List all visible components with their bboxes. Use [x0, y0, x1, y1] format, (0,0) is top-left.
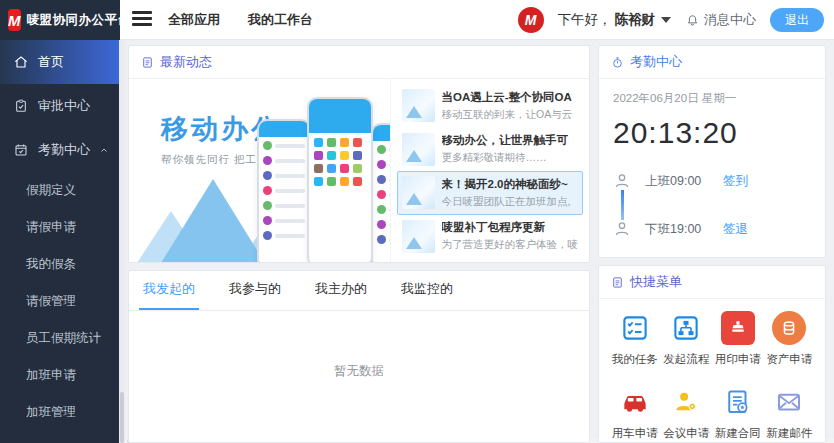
- top-nav: 全部应用 我的工作台: [168, 0, 313, 40]
- assets-icon: [772, 311, 806, 345]
- task-tabs: 我发起的 我参与的 我主办的 我监控的: [129, 271, 589, 311]
- quick-item-start-process[interactable]: 发起流程: [661, 311, 713, 367]
- chevron-down-icon: [661, 17, 671, 23]
- tab-initiated-by-me[interactable]: 我发起的: [143, 280, 195, 310]
- news-list: 当OA遇上云-整个协同OA移动互联的到来，让OA与云 移动办公，让世界触手可更多…: [391, 79, 590, 263]
- person-icon: [613, 172, 631, 190]
- news-thumbnail: [402, 133, 435, 166]
- message-center[interactable]: 消息中心: [685, 11, 756, 29]
- clock-in-link[interactable]: 签到: [723, 173, 748, 190]
- sidebar-subitem-my-leave-slips[interactable]: 我的假条: [0, 246, 120, 283]
- clock-in-label: 上班09:00: [645, 173, 723, 190]
- news-subtitle: 移动互联的到来，让OA与云: [442, 108, 573, 122]
- news-subtitle: 更多精彩敬请期待……: [442, 151, 569, 165]
- flow-icon: [669, 311, 703, 345]
- top-header: M 唛盟协同办公平台 全部应用 我的工作台 M 下午好，陈裕财 消息中心 退出: [0, 0, 834, 40]
- quick-item-new-mail[interactable]: 新建邮件: [764, 385, 816, 441]
- quick-item-new-contract[interactable]: 新建合同: [712, 385, 764, 441]
- oa-dashboard: M 唛盟协同办公平台 全部应用 我的工作台 M 下午好，陈裕财 消息中心 退出 …: [0, 0, 834, 443]
- tab-hosted-by-me[interactable]: 我主办的: [315, 280, 367, 310]
- sidebar-subitem-holiday-definition[interactable]: 假期定义: [0, 172, 120, 209]
- sidebar-subitem-leave-request[interactable]: 请假申请: [0, 209, 120, 246]
- news-item-highlighted[interactable]: 来！揭开2.0的神秘面纱~今日唛盟团队正在加班加点,: [397, 171, 584, 215]
- message-center-label: 消息中心: [704, 11, 756, 29]
- home-icon: [13, 54, 29, 70]
- phone-mockup-left: [257, 119, 311, 263]
- news-thumbnail: [402, 176, 435, 209]
- tab-monitored-by-me[interactable]: 我监控的: [401, 280, 453, 310]
- news-title: 来！揭开2.0的神秘面纱~: [442, 177, 571, 192]
- person-icon: [613, 220, 631, 238]
- chevron-up-icon: [98, 144, 110, 156]
- menu-toggle-icon[interactable]: [132, 11, 152, 29]
- stopwatch-icon: [611, 56, 624, 69]
- sidebar-subitem-overtime-request[interactable]: 加班申请: [0, 357, 120, 394]
- app-title: 唛盟协同办公平台: [27, 12, 131, 29]
- logout-button[interactable]: 退出: [770, 8, 824, 32]
- quick-item-asset-request[interactable]: 资产申请: [764, 311, 816, 367]
- sidebar-item-home[interactable]: 首页: [0, 40, 120, 84]
- logo-m-icon: M: [8, 9, 21, 31]
- news-panel-title: 最新动态: [160, 53, 212, 71]
- news-subtitle: 为了营造更好的客户体验，唛: [442, 238, 579, 252]
- contract-icon: [721, 385, 755, 419]
- news-subtitle: 今日唛盟团队正在加班加点,: [442, 195, 571, 209]
- user-name: 陈裕财: [615, 11, 656, 29]
- empty-state-text: 暂无数据: [129, 311, 589, 380]
- sidebar-item-attendance-center[interactable]: 考勤中心: [0, 128, 120, 172]
- user-menu[interactable]: 下午好，陈裕财: [558, 11, 672, 29]
- quick-menu-panel: 快捷菜单 我的任务 发起流程 用印申请 资产申请 用车申请: [598, 265, 826, 443]
- news-item[interactable]: 唛盟补丁包程序更新为了营造更好的客户体验，唛: [397, 215, 584, 259]
- nav-all-apps[interactable]: 全部应用: [168, 11, 220, 29]
- news-panel-header: 最新动态: [129, 46, 589, 79]
- attendance-clock: 20:13:20: [613, 116, 811, 150]
- sidebar-item-label: 首页: [38, 53, 64, 71]
- sidebar-subitem-employee-leave-stats[interactable]: 员工假期统计: [0, 320, 120, 357]
- news-thumbnail: [402, 220, 435, 253]
- car-icon: [618, 385, 652, 419]
- document-icon: [141, 56, 154, 69]
- clipboard-icon: [13, 98, 29, 114]
- meeting-icon: [669, 385, 703, 419]
- app-logo[interactable]: M 唛盟协同办公平台: [0, 0, 120, 40]
- quick-menu-grid: 我的任务 发起流程 用印申请 资产申请 用车申请 会议申请: [599, 299, 825, 441]
- document-icon: [611, 276, 624, 289]
- news-item[interactable]: 移动办公，让世界触手可更多精彩敬请期待……: [397, 128, 584, 172]
- news-title: 当OA遇上云-整个协同OA: [442, 90, 573, 105]
- mobile-office-banner[interactable]: 移动办公 帮你领先同行 把工作带出办公室: [129, 79, 391, 263]
- clock-out-link[interactable]: 签退: [723, 221, 748, 238]
- attendance-timeline: 上班09:00 签到 下班19:00 签退: [613, 166, 811, 244]
- sidebar-item-label: 考勤中心: [38, 141, 90, 159]
- mail-icon: [772, 385, 806, 419]
- user-avatar[interactable]: M: [518, 7, 544, 33]
- sidebar-subitem-overtime-management[interactable]: 加班管理: [0, 394, 120, 431]
- quick-item-seal-request[interactable]: 用印申请: [712, 311, 764, 367]
- news-title: 唛盟补丁包程序更新: [442, 220, 579, 235]
- nav-my-workbench[interactable]: 我的工作台: [248, 11, 313, 29]
- quick-menu-header: 快捷菜单: [599, 266, 825, 299]
- quick-item-my-tasks[interactable]: 我的任务: [609, 311, 661, 367]
- quick-item-meeting-request[interactable]: 会议申请: [661, 385, 713, 441]
- calendar-check-icon: [13, 142, 29, 158]
- quick-item-vehicle-request[interactable]: 用车申请: [609, 385, 661, 441]
- latest-news-panel: 最新动态 移动办公 帮你领先同行 把工作带出办公室 当OA遇上云-整个协同OA移…: [128, 45, 590, 263]
- tasks-icon: [618, 311, 652, 345]
- attendance-panel-title: 考勤中心: [630, 53, 682, 71]
- sidebar-item-approval-center[interactable]: 审批中心: [0, 84, 120, 128]
- attendance-panel-header: 考勤中心: [599, 46, 825, 79]
- sidebar: 首页 审批中心 考勤中心 假期定义 请假申请 我的假条 请假管理 员工假期统计 …: [0, 40, 120, 443]
- mountain-shape: [161, 179, 265, 263]
- sidebar-subitem-leave-management[interactable]: 请假管理: [0, 283, 120, 320]
- header-right: M 下午好，陈裕财 消息中心 退出: [518, 0, 825, 40]
- sidebar-scrollbar[interactable]: [119, 40, 125, 443]
- my-tasks-panel: 我发起的 我参与的 我主办的 我监控的 暂无数据: [128, 270, 590, 443]
- tab-participated-by-me[interactable]: 我参与的: [229, 280, 281, 310]
- news-title: 移动办公，让世界触手可: [442, 133, 569, 148]
- clock-in-row: 上班09:00 签到: [613, 166, 811, 196]
- stamp-icon: [721, 311, 755, 345]
- sidebar-item-label: 审批中心: [38, 97, 90, 115]
- quick-menu-title: 快捷菜单: [630, 273, 682, 291]
- clock-out-label: 下班19:00: [645, 221, 723, 238]
- news-item[interactable]: 当OA遇上云-整个协同OA移动互联的到来，让OA与云: [397, 84, 584, 128]
- clock-out-row: 下班19:00 签退: [613, 214, 811, 244]
